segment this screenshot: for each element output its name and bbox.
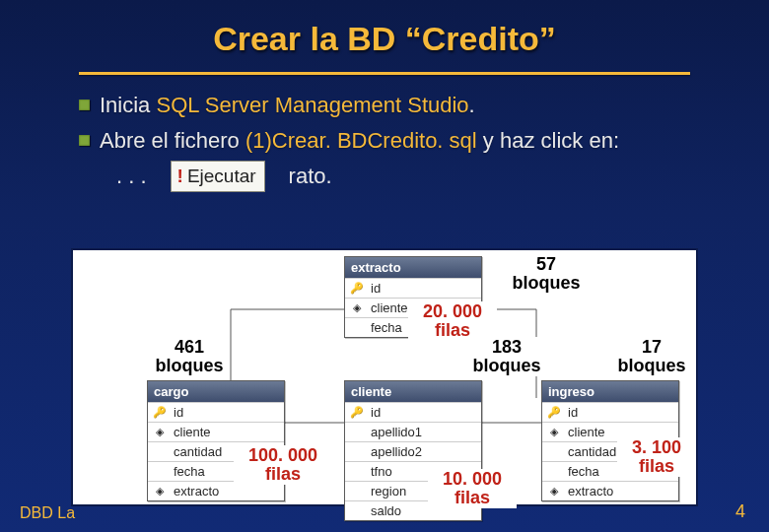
table-header: cliente [345, 381, 481, 402]
ejecutar-button[interactable]: ! Ejecutar [171, 161, 265, 192]
b2-highlight: (1)Crear. BDCredito. sql [240, 128, 477, 153]
col: apellido2 [371, 444, 422, 459]
footer-left: DBD La [20, 504, 75, 522]
col: id [371, 281, 381, 296]
col: cantidad [174, 444, 222, 459]
col: cantidad [568, 444, 616, 459]
exclamation-icon: ! [177, 164, 183, 189]
key-icon: 🔑 [152, 406, 168, 419]
b1-highlight: SQL Server Management Studio [150, 93, 468, 117]
key-icon: 🔑 [546, 406, 562, 419]
ellipsis: . . . [116, 162, 147, 191]
col: fecha [371, 320, 402, 335]
b1-pre: Inicia [100, 93, 150, 117]
col: region [371, 484, 406, 499]
col: cliente [174, 425, 211, 439]
sub-line: . . . ! Ejecutar rato. [116, 161, 710, 192]
col: saldo [371, 503, 401, 518]
bullet-icon [79, 100, 90, 110]
link-icon: ◈ [546, 485, 562, 498]
label-20k-filas: 20. 000filas [408, 301, 497, 341]
b2-pre: Abre el fichero [100, 128, 240, 153]
b2-post: y haz click en: [477, 128, 619, 153]
bullet-2: Abre el fichero (1)Crear. BDCredito. sql… [79, 126, 710, 156]
col: cliente [371, 300, 408, 315]
label-3100-filas: 3. 100filas [617, 437, 696, 477]
link-icon: ◈ [546, 426, 562, 438]
label-183-bloques: 183bloques [467, 337, 546, 376]
rato-text: rato. [289, 162, 332, 191]
table-header: ingreso [542, 381, 678, 402]
col: id [371, 405, 381, 420]
link-icon: ◈ [152, 426, 168, 438]
col: cliente [568, 425, 605, 439]
label-461-bloques: 461bloques [150, 337, 229, 376]
b1-post: . [469, 93, 475, 117]
ejecutar-label: Ejecutar [187, 164, 256, 189]
col: tfno [371, 464, 392, 479]
col: extracto [568, 484, 613, 499]
col: id [568, 405, 578, 420]
col: extracto [174, 484, 219, 499]
link-icon: ◈ [349, 301, 365, 314]
bullet-list: Inicia SQL Server Management Studio. Abr… [79, 91, 710, 192]
bullet-1: Inicia SQL Server Management Studio. [79, 91, 710, 120]
label-57-bloques: 57bloques [507, 254, 586, 294]
title-underline [79, 72, 690, 75]
col: fecha [174, 464, 205, 479]
table-header: extracto [345, 257, 481, 278]
key-icon: 🔑 [349, 282, 365, 295]
key-icon: 🔑 [349, 406, 365, 419]
table-header: cargo [148, 381, 284, 402]
label-10k-filas: 10. 000filas [428, 469, 517, 508]
label-17-bloques: 17bloques [613, 337, 690, 376]
page-title: Crear la BD “Credito” [0, 0, 769, 72]
label-100k-filas: 100. 000filas [234, 445, 332, 485]
col: id [174, 405, 183, 420]
bullet-icon [79, 135, 90, 146]
col: apellido1 [371, 425, 422, 439]
link-icon: ◈ [152, 485, 168, 498]
page-number: 4 [735, 501, 745, 522]
er-diagram: extracto 🔑id ◈cliente fecha cargo 🔑id ◈c… [71, 248, 698, 506]
col: fecha [568, 464, 599, 479]
